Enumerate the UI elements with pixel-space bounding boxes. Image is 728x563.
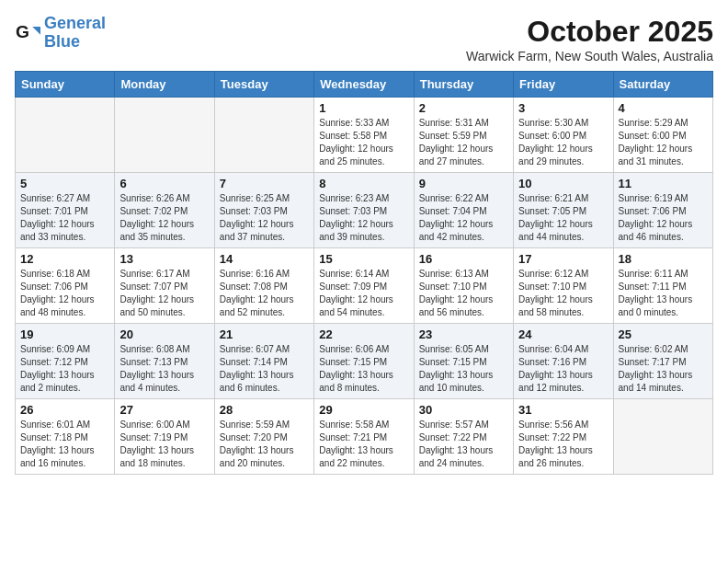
calendar-cell: 18Sunrise: 6:11 AM Sunset: 7:11 PM Dayli… (613, 248, 712, 324)
day-info: Sunrise: 6:07 AM Sunset: 7:14 PM Dayligh… (220, 343, 309, 395)
weekday-wednesday: Wednesday (314, 72, 414, 98)
calendar-cell: 8Sunrise: 6:23 AM Sunset: 7:03 PM Daylig… (314, 173, 414, 248)
weekday-monday: Monday (115, 72, 214, 98)
day-number: 18 (619, 252, 708, 266)
day-info: Sunrise: 6:26 AM Sunset: 7:02 PM Dayligh… (119, 192, 209, 244)
calendar-cell: 29Sunrise: 5:58 AM Sunset: 7:21 PM Dayli… (314, 399, 414, 475)
calendar-cell: 27Sunrise: 6:00 AM Sunset: 7:19 PM Dayli… (115, 399, 214, 475)
weekday-thursday: Thursday (414, 72, 513, 98)
day-info: Sunrise: 6:04 AM Sunset: 7:16 PM Dayligh… (518, 343, 608, 395)
calendar-week-3: 12Sunrise: 6:18 AM Sunset: 7:06 PM Dayli… (16, 248, 713, 324)
day-info: Sunrise: 6:11 AM Sunset: 7:11 PM Dayligh… (619, 268, 708, 319)
calendar-cell (214, 98, 313, 173)
day-info: Sunrise: 6:27 AM Sunset: 7:01 PM Dayligh… (20, 192, 109, 244)
day-number: 14 (220, 252, 309, 266)
month-title: October 2025 (466, 15, 713, 49)
day-info: Sunrise: 6:01 AM Sunset: 7:18 PM Dayligh… (20, 419, 109, 470)
day-info: Sunrise: 6:00 AM Sunset: 7:19 PM Dayligh… (119, 419, 209, 470)
calendar-week-4: 19Sunrise: 6:09 AM Sunset: 7:12 PM Dayli… (16, 324, 713, 399)
calendar-cell (613, 399, 712, 475)
weekday-friday: Friday (514, 72, 613, 98)
day-number: 24 (518, 327, 608, 341)
calendar-cell: 16Sunrise: 6:13 AM Sunset: 7:10 PM Dayli… (414, 248, 513, 324)
day-info: Sunrise: 6:06 AM Sunset: 7:15 PM Dayligh… (319, 343, 408, 395)
calendar-cell: 9Sunrise: 6:22 AM Sunset: 7:04 PM Daylig… (414, 173, 513, 248)
day-number: 19 (20, 327, 109, 341)
weekday-saturday: Saturday (613, 72, 712, 98)
calendar-cell: 6Sunrise: 6:26 AM Sunset: 7:02 PM Daylig… (115, 173, 214, 248)
day-number: 26 (20, 403, 109, 417)
calendar-table: SundayMondayTuesdayWednesdayThursdayFrid… (15, 71, 713, 475)
day-info: Sunrise: 6:02 AM Sunset: 7:17 PM Dayligh… (619, 343, 708, 395)
calendar-cell: 2Sunrise: 5:31 AM Sunset: 5:59 PM Daylig… (414, 98, 513, 173)
day-info: Sunrise: 6:17 AM Sunset: 7:07 PM Dayligh… (119, 268, 209, 319)
day-info: Sunrise: 5:33 AM Sunset: 5:58 PM Dayligh… (319, 117, 408, 168)
calendar-cell: 20Sunrise: 6:08 AM Sunset: 7:13 PM Dayli… (115, 324, 214, 399)
calendar-cell: 25Sunrise: 6:02 AM Sunset: 7:17 PM Dayli… (613, 324, 712, 399)
day-number: 7 (220, 177, 309, 190)
calendar-cell: 14Sunrise: 6:16 AM Sunset: 7:08 PM Dayli… (214, 248, 313, 324)
day-number: 27 (119, 403, 209, 417)
day-info: Sunrise: 6:08 AM Sunset: 7:13 PM Dayligh… (119, 343, 209, 395)
calendar-cell: 13Sunrise: 6:17 AM Sunset: 7:07 PM Dayli… (115, 248, 214, 324)
day-number: 21 (220, 327, 309, 341)
weekday-header-row: SundayMondayTuesdayWednesdayThursdayFrid… (16, 72, 713, 98)
day-number: 1 (319, 101, 408, 115)
day-number: 5 (20, 177, 109, 190)
day-number: 17 (518, 252, 608, 266)
svg-text:G: G (16, 22, 29, 41)
calendar-cell (16, 98, 115, 173)
day-number: 15 (319, 252, 408, 266)
day-number: 23 (419, 327, 508, 341)
day-number: 28 (220, 403, 309, 417)
title-block: October 2025 Warwick Farm, New South Wal… (466, 15, 713, 63)
day-info: Sunrise: 6:23 AM Sunset: 7:03 PM Dayligh… (319, 192, 408, 244)
day-info: Sunrise: 5:56 AM Sunset: 7:22 PM Dayligh… (518, 419, 608, 470)
location-subtitle: Warwick Farm, New South Wales, Australia (466, 49, 713, 63)
day-info: Sunrise: 5:30 AM Sunset: 6:00 PM Dayligh… (518, 117, 608, 168)
day-info: Sunrise: 6:09 AM Sunset: 7:12 PM Dayligh… (20, 343, 109, 395)
calendar-body: 1Sunrise: 5:33 AM Sunset: 5:58 PM Daylig… (16, 98, 713, 475)
day-number: 29 (319, 403, 408, 417)
calendar-header: SundayMondayTuesdayWednesdayThursdayFrid… (16, 72, 713, 98)
calendar-cell: 10Sunrise: 6:21 AM Sunset: 7:05 PM Dayli… (514, 173, 613, 248)
day-number: 10 (518, 177, 608, 190)
day-number: 12 (20, 252, 109, 266)
day-info: Sunrise: 5:59 AM Sunset: 7:20 PM Dayligh… (220, 419, 309, 470)
day-number: 13 (119, 252, 209, 266)
day-info: Sunrise: 6:19 AM Sunset: 7:06 PM Dayligh… (619, 192, 708, 244)
svg-marker-1 (32, 27, 40, 35)
day-info: Sunrise: 6:21 AM Sunset: 7:05 PM Dayligh… (518, 192, 608, 244)
calendar-cell (115, 98, 214, 173)
day-number: 11 (619, 177, 708, 190)
day-info: Sunrise: 6:16 AM Sunset: 7:08 PM Dayligh… (220, 268, 309, 319)
calendar-cell: 31Sunrise: 5:56 AM Sunset: 7:22 PM Dayli… (514, 399, 613, 475)
calendar-week-2: 5Sunrise: 6:27 AM Sunset: 7:01 PM Daylig… (16, 173, 713, 248)
logo-text: GeneralBlue (44, 15, 106, 52)
day-info: Sunrise: 6:25 AM Sunset: 7:03 PM Dayligh… (220, 192, 309, 244)
calendar-cell: 21Sunrise: 6:07 AM Sunset: 7:14 PM Dayli… (214, 324, 313, 399)
calendar-cell: 15Sunrise: 6:14 AM Sunset: 7:09 PM Dayli… (314, 248, 414, 324)
page-header: G GeneralBlue October 2025 Warwick Farm,… (15, 15, 713, 63)
calendar-cell: 17Sunrise: 6:12 AM Sunset: 7:10 PM Dayli… (514, 248, 613, 324)
day-info: Sunrise: 6:14 AM Sunset: 7:09 PM Dayligh… (319, 268, 408, 319)
calendar-cell: 11Sunrise: 6:19 AM Sunset: 7:06 PM Dayli… (613, 173, 712, 248)
calendar-week-5: 26Sunrise: 6:01 AM Sunset: 7:18 PM Dayli… (16, 399, 713, 475)
day-info: Sunrise: 6:05 AM Sunset: 7:15 PM Dayligh… (419, 343, 508, 395)
day-info: Sunrise: 5:31 AM Sunset: 5:59 PM Dayligh… (419, 117, 508, 168)
day-info: Sunrise: 6:13 AM Sunset: 7:10 PM Dayligh… (419, 268, 508, 319)
day-info: Sunrise: 5:58 AM Sunset: 7:21 PM Dayligh… (319, 419, 408, 470)
logo: G GeneralBlue (15, 15, 106, 52)
calendar-cell: 4Sunrise: 5:29 AM Sunset: 6:00 PM Daylig… (613, 98, 712, 173)
calendar-cell: 23Sunrise: 6:05 AM Sunset: 7:15 PM Dayli… (414, 324, 513, 399)
day-number: 3 (518, 101, 608, 115)
logo-icon: G (15, 20, 40, 46)
day-info: Sunrise: 5:29 AM Sunset: 6:00 PM Dayligh… (619, 117, 708, 168)
calendar-cell: 26Sunrise: 6:01 AM Sunset: 7:18 PM Dayli… (16, 399, 115, 475)
calendar-cell: 5Sunrise: 6:27 AM Sunset: 7:01 PM Daylig… (16, 173, 115, 248)
calendar-cell: 3Sunrise: 5:30 AM Sunset: 6:00 PM Daylig… (514, 98, 613, 173)
weekday-sunday: Sunday (16, 72, 115, 98)
weekday-tuesday: Tuesday (214, 72, 313, 98)
calendar-cell: 7Sunrise: 6:25 AM Sunset: 7:03 PM Daylig… (214, 173, 313, 248)
day-info: Sunrise: 6:22 AM Sunset: 7:04 PM Dayligh… (419, 192, 508, 244)
